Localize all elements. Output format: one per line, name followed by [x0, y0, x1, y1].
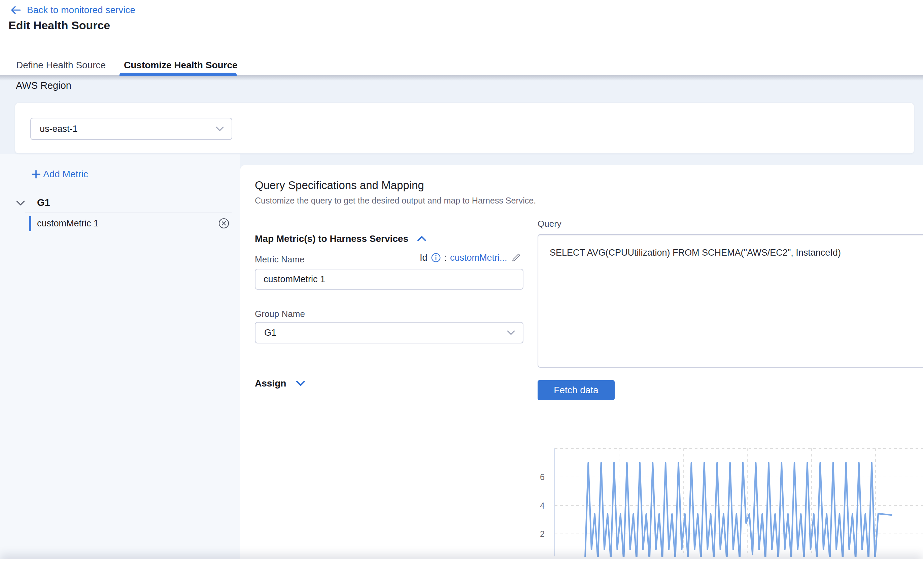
fetch-data-button[interactable]: Fetch data — [537, 380, 615, 400]
chevron-down-icon — [215, 126, 224, 131]
query-label: Query — [537, 219, 562, 229]
id-separator: : — [444, 252, 447, 263]
group-name-value: G1 — [264, 328, 276, 338]
sidebar-background — [0, 154, 240, 559]
metric-preview-chart: 246 — [535, 436, 923, 557]
group-divider — [25, 213, 232, 213]
svg-text:4: 4 — [540, 501, 545, 510]
add-metric-button[interactable]: Add Metric — [31, 169, 88, 180]
back-link-label: Back to monitored service — [27, 5, 135, 15]
svg-text:2: 2 — [540, 529, 545, 539]
metric-group-label[interactable]: G1 — [37, 197, 50, 208]
selected-indicator-bar — [29, 216, 31, 231]
metric-name-label: Metric Name — [255, 254, 304, 265]
group-name-select[interactable]: G1 — [255, 322, 524, 344]
expand-chevron-down-icon[interactable] — [295, 380, 306, 388]
tab-define-health-source[interactable]: Define Health Source — [16, 60, 106, 70]
query-text: SELECT AVG(CPUUtilization) FROM SCHEMA("… — [550, 247, 917, 258]
metric-id-link[interactable]: customMetri... — [450, 252, 507, 263]
panel-subheading: Customize the query to get the desired o… — [255, 196, 536, 206]
add-metric-label: Add Metric — [43, 169, 88, 180]
footer-bar — [0, 559, 923, 588]
aws-region-label: AWS Region — [16, 80, 71, 91]
chevron-down-icon — [507, 330, 516, 336]
page-header: Back to monitored service Edit Health So… — [0, 0, 923, 75]
id-label: Id — [420, 252, 427, 263]
edit-pencil-icon[interactable] — [511, 252, 521, 263]
back-arrow-icon — [10, 5, 21, 15]
group-chevron-down-icon[interactable] — [15, 200, 26, 206]
svg-text:6: 6 — [540, 472, 545, 482]
back-link[interactable]: Back to monitored service — [10, 5, 135, 15]
active-tab-underline — [120, 73, 236, 76]
collapse-chevron-up-icon[interactable] — [416, 235, 427, 242]
metric-name-input[interactable]: customMetric 1 — [255, 269, 524, 290]
plus-icon — [31, 169, 41, 179]
info-icon[interactable] — [431, 252, 441, 263]
edit-health-source-page: Back to monitored service Edit Health So… — [0, 0, 923, 588]
assign-section-label: Assign — [255, 378, 286, 389]
group-name-label: Group Name — [255, 309, 305, 319]
tab-customize-health-source[interactable]: Customize Health Source — [124, 60, 238, 70]
metric-name-value: customMetric 1 — [264, 274, 325, 285]
query-input[interactable]: SELECT AVG(CPUUtilization) FROM SCHEMA("… — [537, 234, 923, 368]
remove-metric-icon[interactable] — [218, 218, 230, 229]
line-chart: 246 — [535, 436, 923, 557]
header-shadow — [0, 75, 923, 81]
metric-list-item[interactable]: customMetric 1 — [25, 216, 236, 232]
aws-region-value: us-east-1 — [40, 124, 78, 134]
page-title: Edit Health Source — [8, 19, 110, 32]
aws-region-select[interactable]: us-east-1 — [30, 118, 232, 140]
map-metrics-section-label: Map Metric(s) to Harness Services — [255, 233, 408, 244]
metric-item-label: customMetric 1 — [37, 218, 99, 229]
panel-heading: Query Specifications and Mapping — [255, 179, 424, 192]
